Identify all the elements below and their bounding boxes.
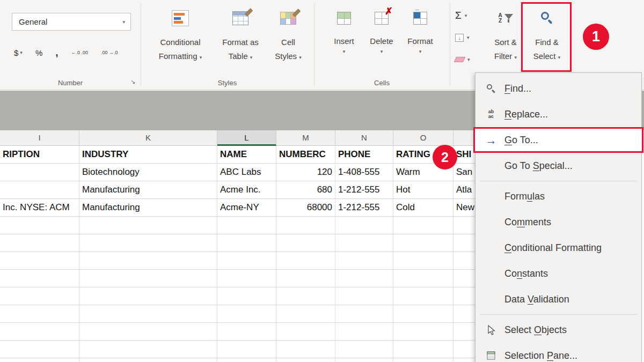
cell[interactable]	[0, 270, 79, 287]
cell[interactable]	[217, 358, 276, 362]
cell[interactable]	[79, 234, 217, 252]
cell[interactable]	[335, 270, 393, 287]
number-format-select[interactable]: General	[12, 13, 131, 31]
cell[interactable]	[393, 234, 453, 252]
cell[interactable]: 1-212-555	[335, 181, 393, 199]
cell[interactable]: Acme-NY	[217, 199, 276, 217]
column-header-N[interactable]: N	[335, 130, 393, 146]
cell[interactable]: Inc. NYSE: ACM	[0, 199, 79, 217]
cell[interactable]	[217, 217, 276, 234]
autosum-button[interactable]: Σ	[455, 9, 467, 23]
cell[interactable]	[217, 323, 276, 341]
cell[interactable]	[0, 234, 79, 252]
cell[interactable]: INDUSTRY	[79, 146, 217, 164]
cell[interactable]: Biotechnology	[79, 164, 217, 181]
cell[interactable]	[276, 341, 335, 358]
decrease-decimal-button[interactable]: .00 →.0	[101, 50, 118, 55]
currency-button[interactable]: $	[14, 48, 23, 57]
cell[interactable]	[217, 305, 276, 323]
cell[interactable]: Cold	[393, 199, 453, 217]
menu-item-selection-pane[interactable]: Selection Pane...	[475, 343, 641, 362]
cell[interactable]	[335, 341, 393, 358]
cell[interactable]	[393, 217, 453, 234]
cell[interactable]	[393, 323, 453, 341]
cell[interactable]	[79, 252, 217, 270]
cell[interactable]	[276, 270, 335, 287]
cell[interactable]: ABC Labs	[217, 164, 276, 181]
format-as-table-button[interactable]: Format as Table	[214, 5, 267, 63]
cell[interactable]	[0, 341, 79, 358]
cell[interactable]	[79, 323, 217, 341]
cell[interactable]	[335, 323, 393, 341]
cell[interactable]	[79, 305, 217, 323]
cell[interactable]	[217, 287, 276, 305]
cell[interactable]	[393, 305, 453, 323]
sort-filter-button[interactable]: AZ Sort & Filter	[487, 5, 524, 63]
menu-item-go-to-special[interactable]: Go To Special...	[475, 153, 641, 179]
cell[interactable]	[0, 164, 79, 181]
menu-item-replace[interactable]: abacReplace...	[475, 101, 641, 127]
find-select-button[interactable]: Find & Select	[524, 5, 569, 63]
cell[interactable]	[335, 217, 393, 234]
cell[interactable]	[0, 323, 79, 341]
percent-style-button[interactable]: %	[35, 48, 42, 57]
cell[interactable]	[393, 358, 453, 362]
cell[interactable]	[276, 358, 335, 362]
cell[interactable]: RIPTION	[0, 146, 79, 164]
menu-item-conditional-formatting[interactable]: Conditional Formatting	[475, 235, 641, 261]
column-header-I[interactable]: I	[0, 130, 79, 146]
menu-item-comments[interactable]: Comments	[475, 209, 641, 235]
cell[interactable]	[0, 217, 79, 234]
cell[interactable]: Acme Inc.	[217, 181, 276, 199]
cell[interactable]	[0, 181, 79, 199]
cell[interactable]	[0, 305, 79, 323]
comma-style-button[interactable]: ,	[55, 47, 58, 58]
cell[interactable]: 68000	[276, 199, 335, 217]
clear-button[interactable]	[455, 53, 470, 67]
cell[interactable]	[393, 287, 453, 305]
cell[interactable]: 120	[276, 164, 335, 181]
cell[interactable]	[335, 287, 393, 305]
cell[interactable]	[217, 341, 276, 358]
menu-item-constants[interactable]: Constants	[475, 261, 641, 286]
cell[interactable]: Hot	[393, 181, 453, 199]
fill-button[interactable]: ↓	[455, 31, 470, 45]
number-dialog-launcher-icon[interactable]	[130, 78, 135, 85]
cell[interactable]	[393, 252, 453, 270]
cell[interactable]	[276, 252, 335, 270]
menu-item-formulas[interactable]: Formulas	[475, 183, 641, 209]
cell[interactable]	[276, 234, 335, 252]
increase-decimal-button[interactable]: ←.0 .00	[71, 50, 89, 55]
cell[interactable]: 680	[276, 181, 335, 199]
cell[interactable]	[79, 341, 217, 358]
cell[interactable]	[79, 287, 217, 305]
cell[interactable]	[393, 270, 453, 287]
menu-item-find[interactable]: Find...	[475, 76, 641, 101]
cell[interactable]	[335, 305, 393, 323]
cell-styles-button[interactable]: Cell Styles	[269, 5, 308, 63]
cell[interactable]	[335, 252, 393, 270]
cell[interactable]	[0, 252, 79, 270]
cell[interactable]: NUMBERC	[276, 146, 335, 164]
delete-button[interactable]: ✗ Delete	[365, 6, 398, 54]
cell[interactable]	[276, 287, 335, 305]
column-header-O[interactable]: O	[393, 130, 453, 146]
column-header-L[interactable]: L	[217, 130, 276, 146]
cell[interactable]	[276, 217, 335, 234]
cell[interactable]: 1-408-555	[335, 164, 393, 181]
column-header-K[interactable]: K	[79, 130, 217, 146]
menu-item-data-validation[interactable]: Data Validation	[475, 286, 641, 312]
cell[interactable]	[217, 270, 276, 287]
cell[interactable]	[335, 234, 393, 252]
insert-button[interactable]: Insert	[327, 6, 361, 54]
cell[interactable]	[217, 234, 276, 252]
cell[interactable]	[79, 358, 217, 362]
cell[interactable]	[335, 358, 393, 362]
cell[interactable]	[79, 217, 217, 234]
menu-item-go-to[interactable]: →Go To...	[473, 127, 643, 153]
cell[interactable]	[0, 358, 79, 362]
cell[interactable]	[0, 287, 79, 305]
cell[interactable]	[79, 270, 217, 287]
cell[interactable]: Manufacturing	[79, 181, 217, 199]
cell[interactable]	[276, 305, 335, 323]
